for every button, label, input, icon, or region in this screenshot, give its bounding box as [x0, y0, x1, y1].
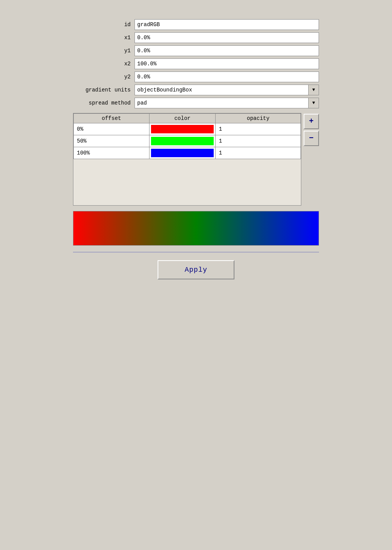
stop-opacity-1: 1: [216, 135, 301, 147]
x1-label: x1: [73, 35, 135, 41]
stops-table: offset color opacity 0% 1 50%: [73, 113, 301, 205]
spread-method-select[interactable]: pad reflect repeat: [135, 98, 319, 108]
color-swatch-1: [151, 137, 214, 145]
spread-method-row: spread method pad reflect repeat ▼: [73, 98, 319, 108]
stop-color-0[interactable]: [149, 123, 216, 135]
stop-offset-2: 100%: [74, 147, 149, 159]
table-row[interactable]: 0% 1: [74, 123, 301, 135]
y1-label: y1: [73, 48, 135, 54]
stop-offset-1: 50%: [74, 135, 149, 147]
stops-table-container: offset color opacity 0% 1 50%: [73, 113, 301, 206]
y1-input[interactable]: [135, 45, 319, 56]
gradient-units-select[interactable]: objectBoundingBox userSpaceOnUse: [135, 85, 319, 95]
x1-row: x1: [73, 32, 319, 43]
x1-input[interactable]: [135, 32, 319, 43]
table-row[interactable]: 100% 1: [74, 147, 301, 159]
y2-row: y2: [73, 71, 319, 82]
col-header-color: color: [149, 114, 216, 123]
spread-method-select-wrapper: pad reflect repeat ▼: [135, 98, 319, 108]
gradient-units-row: gradient units objectBoundingBox userSpa…: [73, 85, 319, 95]
stop-color-1[interactable]: [149, 135, 216, 147]
color-swatch-2: [151, 149, 214, 157]
stop-color-2[interactable]: [149, 147, 216, 159]
remove-stop-button[interactable]: −: [304, 131, 319, 146]
apply-row: Apply: [73, 260, 319, 279]
y2-input[interactable]: [135, 71, 319, 82]
gradient-preview: [73, 211, 319, 246]
table-row[interactable]: 50% 1: [74, 135, 301, 147]
stop-opacity-2: 1: [216, 147, 301, 159]
x2-row: x2: [73, 58, 319, 69]
color-swatch-0: [151, 125, 214, 133]
table-header-row: offset color opacity: [74, 114, 301, 123]
col-header-offset: offset: [74, 114, 149, 123]
stops-table-area: offset color opacity 0% 1 50%: [73, 113, 319, 206]
col-header-opacity: opacity: [216, 114, 301, 123]
y1-row: y1: [73, 45, 319, 56]
divider: [73, 252, 319, 253]
gradient-units-select-wrapper: objectBoundingBox userSpaceOnUse ▼: [135, 85, 319, 95]
empty-row: [74, 159, 301, 205]
id-input[interactable]: [135, 19, 319, 30]
table-buttons: + −: [304, 113, 319, 206]
stop-opacity-0: 1: [216, 123, 301, 135]
x2-input[interactable]: [135, 58, 319, 69]
spread-method-label: spread method: [73, 100, 135, 106]
gradient-units-label: gradient units: [73, 87, 135, 93]
gradient-editor-panel: id x1 y1 x2 y2 gradient units objectBoun…: [61, 12, 331, 295]
id-label: id: [73, 22, 135, 28]
stop-offset-0: 0%: [74, 123, 149, 135]
y2-label: y2: [73, 74, 135, 80]
apply-button[interactable]: Apply: [158, 260, 234, 279]
x2-label: x2: [73, 61, 135, 67]
id-row: id: [73, 19, 319, 30]
add-stop-button[interactable]: +: [304, 114, 319, 129]
